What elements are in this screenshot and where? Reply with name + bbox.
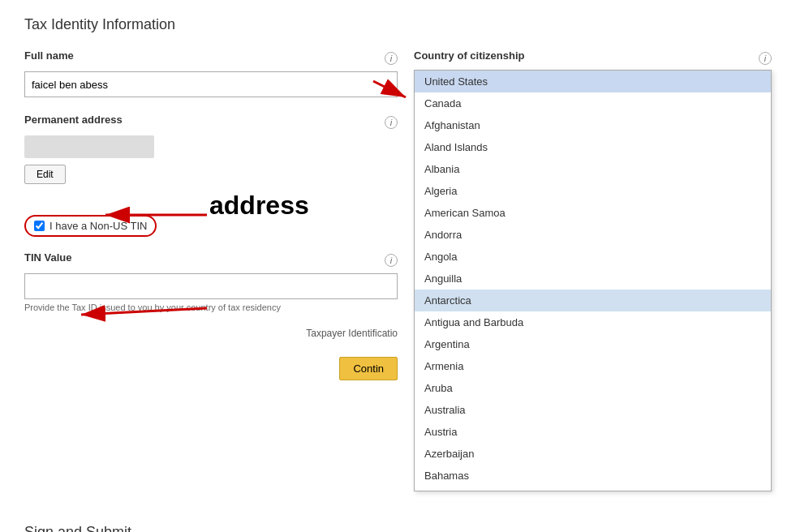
country-option-anguilla[interactable]: Anguilla	[415, 268, 771, 290]
permanent-address-info-icon[interactable]: i	[385, 116, 398, 129]
full-name-group: Full name i	[24, 49, 398, 97]
full-name-input[interactable]	[24, 71, 398, 97]
non-us-tin-text: I have a Non-US TIN	[49, 220, 147, 232]
country-option-azerbaijan[interactable]: Azerbaijan	[415, 443, 771, 465]
full-name-label: Full name	[24, 49, 74, 62]
country-option-canada[interactable]: Canada	[415, 92, 771, 114]
tin-value-input[interactable]	[24, 273, 398, 299]
country-option-bahrain[interactable]: Bahrain	[415, 487, 771, 491]
country-option-argentina[interactable]: Argentina	[415, 333, 771, 355]
country-dropdown[interactable]: United StatesCanadaAfghanistanAland Isla…	[414, 70, 772, 491]
country-option-antigua-and-barbuda[interactable]: Antigua and Barbuda	[415, 311, 771, 333]
sign-submit-section: Sign and Submit	[24, 524, 772, 532]
country-option-albania[interactable]: Albania	[415, 158, 771, 180]
permanent-address-group: Permanent address i Edit	[24, 114, 398, 184]
page-title: Tax Identity Information	[24, 16, 772, 33]
country-option-bahamas[interactable]: Bahamas	[415, 465, 771, 487]
country-option-afghanistan[interactable]: Afghanistan	[415, 114, 771, 136]
full-name-info-icon[interactable]: i	[385, 52, 398, 65]
address-display	[24, 135, 154, 158]
country-option-austria[interactable]: Austria	[415, 421, 771, 443]
country-of-citizenship-group: Country of citizenship i United StatesCa…	[414, 49, 772, 491]
edit-address-button[interactable]: Edit	[24, 165, 66, 184]
tin-hint: Provide the Tax ID issued to you by your…	[24, 302, 398, 312]
non-us-tin-label[interactable]: I have a Non-US TIN	[24, 215, 157, 237]
non-us-tin-checkbox[interactable]	[34, 221, 45, 231]
country-option-armenia[interactable]: Armenia	[415, 355, 771, 377]
tin-value-group: TIN Value i Provide the Tax ID issued to…	[24, 251, 398, 312]
country-option-andorra[interactable]: Andorra	[415, 224, 771, 246]
country-info-icon[interactable]: i	[759, 52, 772, 65]
country-option-aland-islands[interactable]: Aland Islands	[415, 136, 771, 158]
tin-value-info-icon[interactable]: i	[385, 254, 398, 267]
country-option-algeria[interactable]: Algeria	[415, 180, 771, 202]
country-option-australia[interactable]: Australia	[415, 399, 771, 421]
country-option-antarctica[interactable]: Antarctica	[415, 290, 771, 311]
taxpayer-label: Taxpayer Identificatio	[306, 328, 398, 339]
country-option-aruba[interactable]: Aruba	[415, 377, 771, 399]
sign-submit-title: Sign and Submit	[24, 524, 772, 532]
permanent-address-label: Permanent address	[24, 114, 123, 126]
continue-button[interactable]: Contin	[339, 357, 398, 380]
tin-value-label: TIN Value	[24, 251, 72, 264]
country-of-citizenship-label: Country of citizenship	[414, 49, 525, 62]
country-option-american-samoa[interactable]: American Samoa	[415, 202, 771, 224]
country-option-angola[interactable]: Angola	[415, 246, 771, 268]
country-option-united-states[interactable]: United States	[415, 71, 771, 92]
non-us-tin-section: I have a Non-US TIN	[24, 208, 398, 237]
